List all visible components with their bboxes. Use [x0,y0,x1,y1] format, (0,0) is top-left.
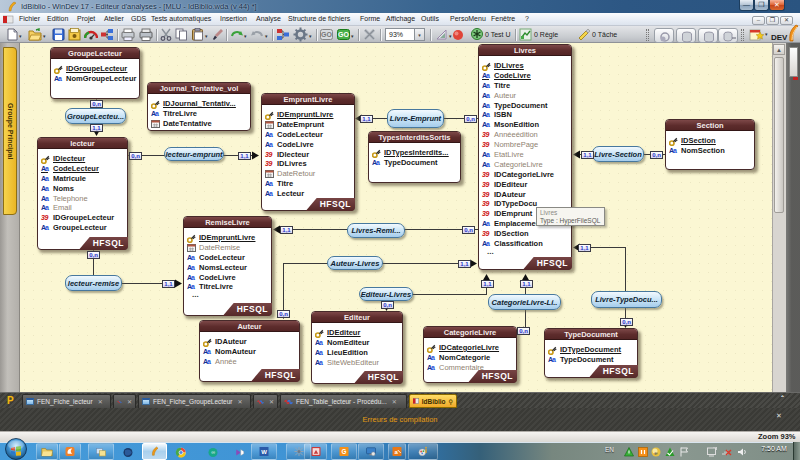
svg-text:G: G [342,448,347,455]
svg-text:W: W [261,449,267,455]
svg-text:∞: ∞ [211,449,215,455]
